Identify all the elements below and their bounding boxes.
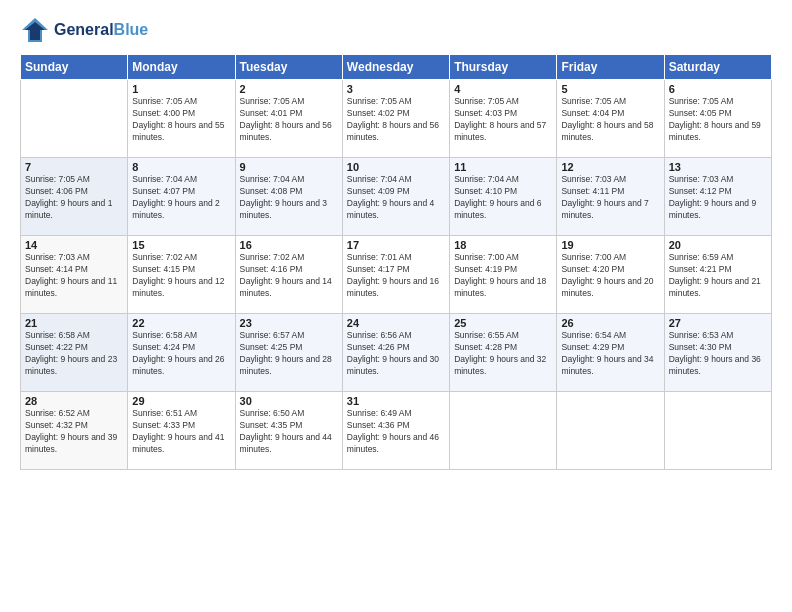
day-number: 28 [25, 395, 123, 407]
day-number: 22 [132, 317, 230, 329]
day-info: Sunrise: 7:02 AMSunset: 4:16 PMDaylight:… [240, 252, 338, 300]
day-number: 19 [561, 239, 659, 251]
day-info: Sunrise: 6:57 AMSunset: 4:25 PMDaylight:… [240, 330, 338, 378]
day-cell: 1Sunrise: 7:05 AMSunset: 4:00 PMDaylight… [128, 80, 235, 158]
week-row-3: 14Sunrise: 7:03 AMSunset: 4:14 PMDayligh… [21, 236, 772, 314]
day-info: Sunrise: 7:05 AMSunset: 4:00 PMDaylight:… [132, 96, 230, 144]
day-info: Sunrise: 6:51 AMSunset: 4:33 PMDaylight:… [132, 408, 230, 456]
logo-icon [20, 16, 50, 44]
day-cell [21, 80, 128, 158]
day-number: 25 [454, 317, 552, 329]
day-cell: 25Sunrise: 6:55 AMSunset: 4:28 PMDayligh… [450, 314, 557, 392]
week-row-1: 1Sunrise: 7:05 AMSunset: 4:00 PMDaylight… [21, 80, 772, 158]
day-info: Sunrise: 6:55 AMSunset: 4:28 PMDaylight:… [454, 330, 552, 378]
day-number: 16 [240, 239, 338, 251]
day-cell [450, 392, 557, 470]
day-cell: 23Sunrise: 6:57 AMSunset: 4:25 PMDayligh… [235, 314, 342, 392]
day-info: Sunrise: 6:58 AMSunset: 4:22 PMDaylight:… [25, 330, 123, 378]
day-number: 1 [132, 83, 230, 95]
day-info: Sunrise: 6:54 AMSunset: 4:29 PMDaylight:… [561, 330, 659, 378]
day-cell: 2Sunrise: 7:05 AMSunset: 4:01 PMDaylight… [235, 80, 342, 158]
day-cell: 7Sunrise: 7:05 AMSunset: 4:06 PMDaylight… [21, 158, 128, 236]
day-info: Sunrise: 7:03 AMSunset: 4:14 PMDaylight:… [25, 252, 123, 300]
day-info: Sunrise: 7:00 AMSunset: 4:20 PMDaylight:… [561, 252, 659, 300]
day-number: 7 [25, 161, 123, 173]
day-info: Sunrise: 7:04 AMSunset: 4:10 PMDaylight:… [454, 174, 552, 222]
header-day-monday: Monday [128, 55, 235, 80]
day-info: Sunrise: 7:05 AMSunset: 4:04 PMDaylight:… [561, 96, 659, 144]
week-row-2: 7Sunrise: 7:05 AMSunset: 4:06 PMDaylight… [21, 158, 772, 236]
day-cell: 3Sunrise: 7:05 AMSunset: 4:02 PMDaylight… [342, 80, 449, 158]
day-number: 15 [132, 239, 230, 251]
day-number: 3 [347, 83, 445, 95]
header-day-thursday: Thursday [450, 55, 557, 80]
day-number: 31 [347, 395, 445, 407]
day-cell [664, 392, 771, 470]
day-cell: 10Sunrise: 7:04 AMSunset: 4:09 PMDayligh… [342, 158, 449, 236]
day-number: 11 [454, 161, 552, 173]
day-cell: 26Sunrise: 6:54 AMSunset: 4:29 PMDayligh… [557, 314, 664, 392]
day-number: 5 [561, 83, 659, 95]
day-cell: 19Sunrise: 7:00 AMSunset: 4:20 PMDayligh… [557, 236, 664, 314]
day-info: Sunrise: 7:05 AMSunset: 4:01 PMDaylight:… [240, 96, 338, 144]
day-cell: 20Sunrise: 6:59 AMSunset: 4:21 PMDayligh… [664, 236, 771, 314]
day-cell: 17Sunrise: 7:01 AMSunset: 4:17 PMDayligh… [342, 236, 449, 314]
day-cell: 8Sunrise: 7:04 AMSunset: 4:07 PMDaylight… [128, 158, 235, 236]
day-info: Sunrise: 7:04 AMSunset: 4:07 PMDaylight:… [132, 174, 230, 222]
day-info: Sunrise: 7:05 AMSunset: 4:02 PMDaylight:… [347, 96, 445, 144]
header-day-friday: Friday [557, 55, 664, 80]
day-info: Sunrise: 6:49 AMSunset: 4:36 PMDaylight:… [347, 408, 445, 456]
day-number: 12 [561, 161, 659, 173]
logo-text: GeneralBlue [54, 21, 148, 39]
day-number: 6 [669, 83, 767, 95]
day-number: 24 [347, 317, 445, 329]
week-row-4: 21Sunrise: 6:58 AMSunset: 4:22 PMDayligh… [21, 314, 772, 392]
calendar-table: SundayMondayTuesdayWednesdayThursdayFrid… [20, 54, 772, 470]
day-info: Sunrise: 7:03 AMSunset: 4:12 PMDaylight:… [669, 174, 767, 222]
day-cell: 5Sunrise: 7:05 AMSunset: 4:04 PMDaylight… [557, 80, 664, 158]
day-number: 14 [25, 239, 123, 251]
day-cell [557, 392, 664, 470]
day-number: 27 [669, 317, 767, 329]
day-number: 10 [347, 161, 445, 173]
day-number: 30 [240, 395, 338, 407]
day-number: 8 [132, 161, 230, 173]
header: GeneralBlue [20, 16, 772, 44]
day-number: 23 [240, 317, 338, 329]
day-info: Sunrise: 7:05 AMSunset: 4:06 PMDaylight:… [25, 174, 123, 222]
day-cell: 27Sunrise: 6:53 AMSunset: 4:30 PMDayligh… [664, 314, 771, 392]
day-info: Sunrise: 7:04 AMSunset: 4:09 PMDaylight:… [347, 174, 445, 222]
day-cell: 31Sunrise: 6:49 AMSunset: 4:36 PMDayligh… [342, 392, 449, 470]
day-number: 13 [669, 161, 767, 173]
day-cell: 22Sunrise: 6:58 AMSunset: 4:24 PMDayligh… [128, 314, 235, 392]
day-number: 29 [132, 395, 230, 407]
header-day-tuesday: Tuesday [235, 55, 342, 80]
day-cell: 14Sunrise: 7:03 AMSunset: 4:14 PMDayligh… [21, 236, 128, 314]
header-day-sunday: Sunday [21, 55, 128, 80]
header-row: SundayMondayTuesdayWednesdayThursdayFrid… [21, 55, 772, 80]
day-info: Sunrise: 6:50 AMSunset: 4:35 PMDaylight:… [240, 408, 338, 456]
day-info: Sunrise: 7:03 AMSunset: 4:11 PMDaylight:… [561, 174, 659, 222]
day-info: Sunrise: 7:05 AMSunset: 4:03 PMDaylight:… [454, 96, 552, 144]
day-number: 4 [454, 83, 552, 95]
day-number: 17 [347, 239, 445, 251]
day-cell: 6Sunrise: 7:05 AMSunset: 4:05 PMDaylight… [664, 80, 771, 158]
day-cell: 28Sunrise: 6:52 AMSunset: 4:32 PMDayligh… [21, 392, 128, 470]
logo: GeneralBlue [20, 16, 148, 44]
day-info: Sunrise: 6:58 AMSunset: 4:24 PMDaylight:… [132, 330, 230, 378]
day-number: 20 [669, 239, 767, 251]
day-cell: 24Sunrise: 6:56 AMSunset: 4:26 PMDayligh… [342, 314, 449, 392]
day-cell: 9Sunrise: 7:04 AMSunset: 4:08 PMDaylight… [235, 158, 342, 236]
day-info: Sunrise: 7:01 AMSunset: 4:17 PMDaylight:… [347, 252, 445, 300]
day-info: Sunrise: 6:59 AMSunset: 4:21 PMDaylight:… [669, 252, 767, 300]
day-cell: 18Sunrise: 7:00 AMSunset: 4:19 PMDayligh… [450, 236, 557, 314]
day-cell: 16Sunrise: 7:02 AMSunset: 4:16 PMDayligh… [235, 236, 342, 314]
day-info: Sunrise: 6:56 AMSunset: 4:26 PMDaylight:… [347, 330, 445, 378]
day-cell: 13Sunrise: 7:03 AMSunset: 4:12 PMDayligh… [664, 158, 771, 236]
day-info: Sunrise: 7:05 AMSunset: 4:05 PMDaylight:… [669, 96, 767, 144]
week-row-5: 28Sunrise: 6:52 AMSunset: 4:32 PMDayligh… [21, 392, 772, 470]
day-info: Sunrise: 7:02 AMSunset: 4:15 PMDaylight:… [132, 252, 230, 300]
calendar-page: GeneralBlue SundayMondayTuesdayWednesday… [0, 0, 792, 612]
day-info: Sunrise: 7:04 AMSunset: 4:08 PMDaylight:… [240, 174, 338, 222]
day-cell: 21Sunrise: 6:58 AMSunset: 4:22 PMDayligh… [21, 314, 128, 392]
